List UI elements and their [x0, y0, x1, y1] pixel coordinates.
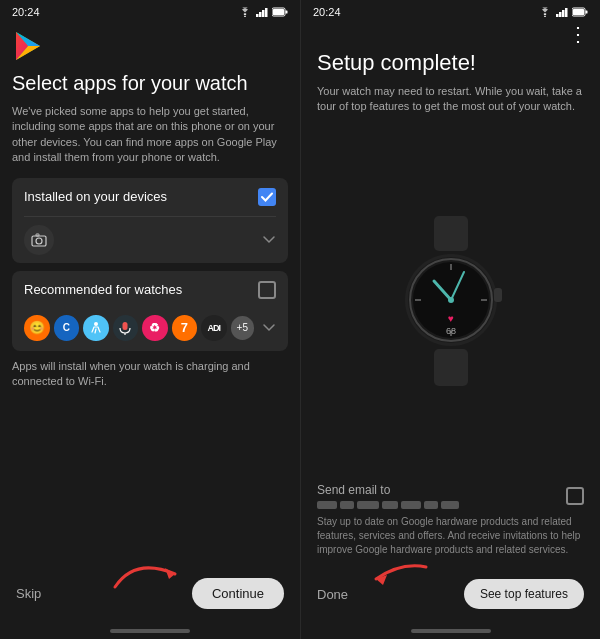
- svg-point-0: [244, 16, 246, 17]
- status-icons-left: [238, 7, 288, 17]
- three-dots-menu[interactable]: ⋮: [301, 22, 600, 50]
- camera-icon: [31, 233, 47, 247]
- app-icon-6: 7: [172, 315, 198, 341]
- svg-text:68: 68: [445, 326, 455, 336]
- see-top-features-button[interactable]: See top features: [464, 579, 584, 609]
- svg-rect-17: [559, 12, 562, 17]
- svg-marker-14: [165, 568, 175, 579]
- svg-rect-16: [556, 14, 559, 17]
- left-description: We've picked some apps to help you get s…: [12, 104, 288, 166]
- svg-rect-19: [565, 8, 568, 17]
- email-description: Stay up to date on Google hardware produ…: [317, 515, 584, 557]
- battery-icon-left: [272, 7, 288, 17]
- app-icon-3: [83, 315, 109, 341]
- wifi-icon: [238, 7, 252, 17]
- installed-label: Installed on your devices: [24, 189, 167, 204]
- svg-rect-2: [259, 12, 262, 17]
- left-bottom-bar: Skip Continue: [0, 568, 300, 625]
- app-icon-7: ADI: [201, 315, 227, 341]
- mic-icon: [118, 321, 132, 335]
- check-icon: [261, 192, 273, 202]
- home-indicator-left: [110, 629, 190, 633]
- email-field-group: Send email to: [317, 483, 459, 509]
- install-note: Apps will install when your watch is cha…: [12, 359, 288, 390]
- home-indicator-right: [411, 629, 491, 633]
- app-icon-1: 😊: [24, 315, 50, 341]
- camera-app-row[interactable]: [12, 217, 288, 263]
- watch-image: ♥ 68: [386, 216, 516, 386]
- app-more-badge: +5: [231, 316, 255, 340]
- left-title: Select apps for your watch: [12, 70, 288, 96]
- status-icons-right: [538, 7, 588, 17]
- svg-rect-24: [434, 349, 468, 386]
- app-icon-2: C: [54, 315, 80, 341]
- svg-point-15: [544, 16, 546, 17]
- installed-checkbox[interactable]: [258, 188, 276, 206]
- signal-icon-right: [556, 7, 568, 17]
- setup-description: Your watch may need to restart. While yo…: [317, 84, 584, 115]
- camera-app-icon: [24, 225, 54, 255]
- email-block-7: [441, 501, 459, 509]
- svg-rect-27: [494, 288, 502, 302]
- email-block-2: [340, 501, 354, 509]
- right-content: Setup complete! Your watch may need to r…: [301, 50, 600, 569]
- email-row: Send email to: [317, 483, 584, 509]
- svg-rect-3: [262, 10, 265, 17]
- run-icon: [89, 321, 103, 335]
- status-bar-left: 20:24: [0, 0, 300, 22]
- svg-point-9: [36, 238, 42, 244]
- app-icons-row: 😊 C ♻ 7 ADI +5: [12, 309, 288, 351]
- svg-rect-21: [586, 11, 588, 14]
- email-block-6: [424, 501, 438, 509]
- left-content: Select apps for your watch We've picked …: [0, 66, 300, 568]
- play-store-logo: [12, 30, 44, 62]
- expand-recommended-icon[interactable]: [262, 319, 276, 337]
- svg-rect-1: [256, 14, 259, 17]
- recommended-checkbox[interactable]: [258, 281, 276, 299]
- app-icon-5: ♻: [142, 315, 168, 341]
- svg-rect-10: [36, 234, 39, 236]
- svg-rect-12: [123, 322, 128, 330]
- email-label: Send email to: [317, 483, 459, 497]
- svg-rect-4: [265, 8, 268, 17]
- arrow-to-done: [361, 557, 441, 597]
- svg-text:♥: ♥: [448, 313, 454, 324]
- right-panel: 20:24 ⋮ Setup complete! Your: [300, 0, 600, 639]
- wifi-icon-right: [538, 7, 552, 17]
- skip-button[interactable]: Skip: [16, 586, 41, 601]
- continue-button[interactable]: Continue: [192, 578, 284, 609]
- email-section: Send email to Stay up to date on Google …: [317, 483, 584, 557]
- right-bottom-bar: Done See top features: [301, 569, 600, 625]
- email-block-1: [317, 501, 337, 509]
- recommended-label: Recommended for watches: [24, 282, 182, 297]
- recommended-section[interactable]: Recommended for watches 😊 C: [12, 271, 288, 351]
- svg-point-11: [94, 322, 98, 326]
- recommended-section-header[interactable]: Recommended for watches: [12, 271, 288, 309]
- installed-section-header[interactable]: Installed on your devices: [12, 178, 288, 216]
- svg-rect-6: [286, 11, 288, 14]
- status-bar-right: 20:24: [301, 0, 600, 22]
- svg-point-36: [448, 297, 454, 303]
- svg-rect-22: [573, 9, 584, 15]
- battery-icon-right: [572, 7, 588, 17]
- time-right: 20:24: [313, 6, 341, 18]
- chevron-down-recommended-icon: [262, 323, 276, 333]
- svg-rect-7: [273, 9, 284, 15]
- left-panel: 20:24: [0, 0, 300, 639]
- email-block-3: [357, 501, 379, 509]
- signal-icon: [256, 7, 268, 17]
- done-button[interactable]: Done: [317, 587, 348, 602]
- svg-rect-18: [562, 10, 565, 17]
- email-block-4: [382, 501, 398, 509]
- app-icon-4: [113, 315, 139, 341]
- email-placeholder: [317, 501, 459, 509]
- chevron-down-icon: [262, 235, 276, 245]
- setup-complete-title: Setup complete!: [317, 50, 584, 76]
- email-checkbox[interactable]: [566, 487, 584, 505]
- expand-icon[interactable]: [262, 231, 276, 249]
- installed-section[interactable]: Installed on your devices: [12, 178, 288, 263]
- email-block-5: [401, 501, 421, 509]
- watch-image-container: ♥ 68: [317, 123, 584, 479]
- arrow-to-continue: [105, 552, 195, 597]
- svg-rect-23: [434, 216, 468, 251]
